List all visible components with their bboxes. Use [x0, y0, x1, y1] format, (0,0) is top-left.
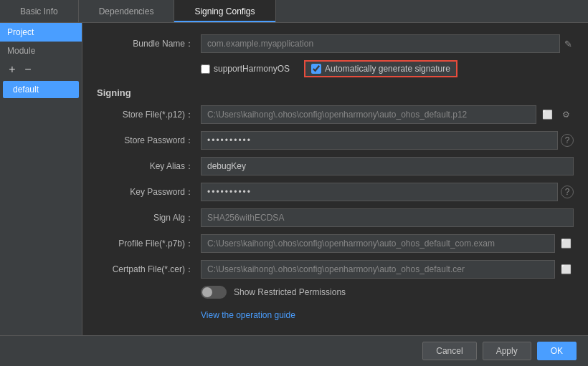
- show-restricted-toggle[interactable]: [201, 286, 227, 299]
- key-password-row: Key Password： ?: [97, 183, 574, 201]
- cancel-button[interactable]: Cancel: [422, 342, 476, 360]
- store-password-help-icon[interactable]: ?: [561, 134, 574, 147]
- bundle-name-label: Bundle Name：: [97, 38, 201, 50]
- support-harmony-checkbox[interactable]: [201, 64, 210, 74]
- auto-gen-box: Automatically generate signature: [304, 60, 457, 77]
- store-password-label: Store Password：: [97, 135, 201, 147]
- bundle-name-input[interactable]: [201, 34, 560, 53]
- store-file-row: Store File(*.p12)： ⬜ ⚙: [97, 105, 574, 124]
- show-restricted-row: Show Restricted Permissions: [201, 286, 574, 299]
- sidebar: Project Module + − default: [0, 23, 82, 335]
- certpath-file-row: Certpath File(*.cer)： ⬜: [97, 260, 574, 279]
- main-layout: Project Module + − default Bundle Name： …: [0, 23, 588, 335]
- store-file-label: Store File(*.p12)：: [97, 109, 201, 121]
- key-alias-input[interactable]: [201, 157, 574, 175]
- store-file-input[interactable]: [201, 105, 536, 124]
- certpath-file-browse-icon[interactable]: ⬜: [558, 261, 574, 277]
- sidebar-item-list: default: [0, 79, 82, 100]
- show-restricted-label: Show Restricted Permissions: [234, 287, 346, 297]
- tab-basic-info[interactable]: Basic Info: [0, 0, 79, 22]
- tab-dependencies[interactable]: Dependencies: [79, 0, 175, 22]
- key-alias-row: Key Alias：: [97, 157, 574, 175]
- sign-alg-input[interactable]: [201, 208, 574, 227]
- sign-alg-label: Sign Alg：: [97, 212, 201, 224]
- key-password-input-group: ?: [201, 183, 574, 201]
- support-harmony-checkbox-label[interactable]: supportHarmonyOS: [201, 64, 290, 74]
- key-alias-input-group: [201, 157, 574, 175]
- tab-signing-configs[interactable]: Signing Configs: [174, 0, 275, 22]
- profile-file-input-group: ⬜: [201, 234, 574, 253]
- store-password-input[interactable]: [201, 131, 558, 150]
- key-password-label: Key Password：: [97, 186, 201, 198]
- profile-file-label: Profile File(*.p7b)：: [97, 238, 201, 250]
- signing-section-title: Signing: [97, 87, 574, 98]
- store-file-browse-icon[interactable]: ⬜: [539, 107, 555, 122]
- key-password-input[interactable]: [201, 183, 558, 201]
- certpath-file-input-group: ⬜: [201, 260, 574, 279]
- bundle-name-row: Bundle Name： ✎: [97, 34, 574, 53]
- auto-gen-checkbox[interactable]: [311, 64, 321, 74]
- toolbar: + −: [0, 60, 82, 79]
- profile-file-browse-icon[interactable]: ⬜: [558, 236, 574, 251]
- remove-button[interactable]: −: [22, 63, 34, 76]
- add-button[interactable]: +: [6, 63, 19, 76]
- key-alias-label: Key Alias：: [97, 160, 201, 173]
- sidebar-item-module[interactable]: Module: [0, 42, 82, 60]
- sidebar-item-project[interactable]: Project: [0, 23, 82, 42]
- bundle-name-input-group: ✎: [201, 34, 574, 53]
- sidebar-item-default[interactable]: default: [3, 81, 79, 98]
- bottom-bar: Cancel Apply OK: [0, 335, 588, 366]
- certpath-file-label: Certpath File(*.cer)：: [97, 264, 201, 276]
- profile-file-input[interactable]: [201, 234, 555, 253]
- apply-button[interactable]: Apply: [483, 342, 531, 360]
- content-area: Bundle Name： ✎ supportHarmonyOS Automati…: [82, 23, 588, 335]
- certpath-file-input[interactable]: [201, 260, 555, 279]
- key-password-help-icon[interactable]: ?: [561, 186, 574, 198]
- store-password-row: Store Password： ?: [97, 131, 574, 150]
- sidebar-nav: Project Module: [0, 23, 82, 60]
- sign-alg-row: Sign Alg：: [97, 208, 574, 227]
- store-file-settings-icon[interactable]: ⚙: [558, 107, 574, 122]
- ok-button[interactable]: OK: [537, 342, 577, 360]
- checkboxes-row: supportHarmonyOS Automatically generate …: [201, 60, 574, 77]
- toggle-slider: [201, 286, 227, 299]
- bundle-name-edit-icon[interactable]: ✎: [563, 39, 574, 49]
- store-password-input-group: ?: [201, 131, 574, 150]
- sign-alg-input-group: [201, 208, 574, 227]
- store-file-input-group: ⬜ ⚙: [201, 105, 574, 124]
- tab-bar: Basic Info Dependencies Signing Configs: [0, 0, 588, 23]
- view-guide-link[interactable]: View the operation guide: [201, 310, 574, 320]
- profile-file-row: Profile File(*.p7b)： ⬜: [97, 234, 574, 253]
